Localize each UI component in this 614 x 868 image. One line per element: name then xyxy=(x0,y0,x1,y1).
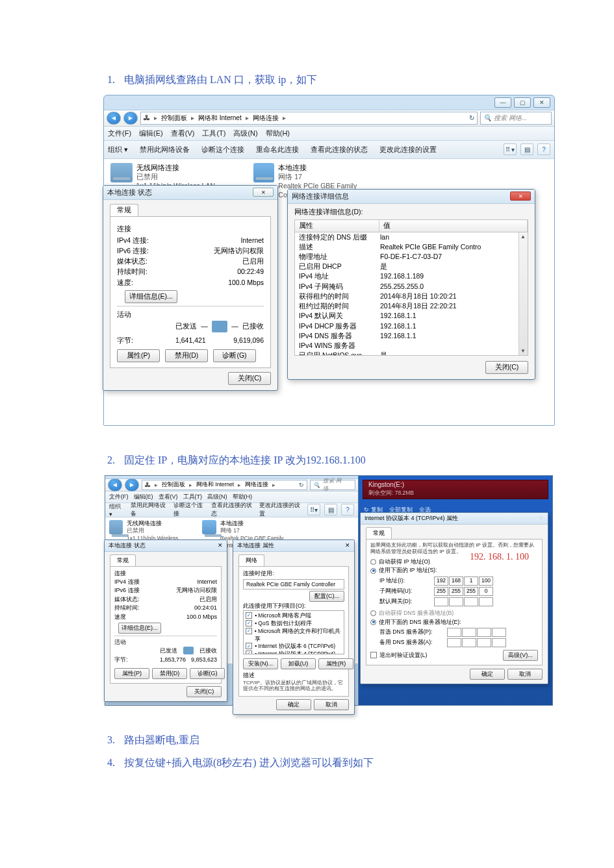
mask-input[interactable]: 2552552550 xyxy=(434,587,493,596)
help-icon[interactable]: ? xyxy=(341,504,354,515)
menu-bar: 文件(F) 编辑(E) 查看(V) 工具(T) 高级(N) 帮助(H) xyxy=(104,127,554,141)
status-tab[interactable]: 常规 xyxy=(110,204,138,216)
tcp-adv[interactable]: 高级(V)... xyxy=(503,650,538,661)
close-button[interactable]: ✕ xyxy=(533,97,550,108)
ms-tab[interactable]: 常规 xyxy=(110,554,136,566)
c-dis[interactable]: 禁用此网络设备 xyxy=(131,501,167,518)
mp-inst[interactable]: 安装(N)... xyxy=(243,658,278,669)
cmd-change[interactable]: 更改此连接的设置 xyxy=(379,145,437,155)
m-adv[interactable]: 高级(N) xyxy=(207,493,227,501)
view-icon[interactable]: ⠿ ▾ xyxy=(504,143,517,155)
props-item[interactable]: ✓▪ QoS 数据包计划程序 xyxy=(246,620,342,628)
mp-adapter: Realtek PCIe GBE Family Controller xyxy=(243,579,344,589)
ms-close-btn[interactable]: 关闭(C) xyxy=(186,686,222,697)
min-button[interactable]: — xyxy=(494,97,511,108)
details-list[interactable]: 连接特定的 DNS 后缀lan描述Realtek PCIe GBE Family… xyxy=(294,232,528,356)
mp-desch: 描述 xyxy=(243,671,344,680)
props-item[interactable]: ✓▪ Microsoft 网络的文件和打印机共享 xyxy=(246,628,342,643)
m-file[interactable]: 文件(F) xyxy=(109,493,129,501)
mp-cfg[interactable]: 配置(C)... xyxy=(309,591,344,602)
fwd-button[interactable]: ► xyxy=(125,478,139,491)
tcp-ok[interactable]: 确定 xyxy=(470,669,505,680)
radio-manual-dns[interactable] xyxy=(370,619,376,625)
c-st[interactable]: 查看此连接的状态 xyxy=(211,501,253,518)
m-tools[interactable]: 工具(T) xyxy=(183,493,203,501)
m-edit[interactable]: 编辑(E) xyxy=(134,493,153,501)
ip-input[interactable]: 1921681100 xyxy=(434,577,493,586)
status-dialog: 本地连接 状态✕ 常规 连接 IPv4 连接:Internet IPv6 连接:… xyxy=(103,185,278,391)
cmd-org[interactable]: 组织 ▾ xyxy=(108,145,128,155)
radio-auto-ip[interactable] xyxy=(370,559,376,565)
refresh-icon[interactable]: ↻ xyxy=(469,114,474,121)
mp-tab[interactable]: 网络 xyxy=(238,554,264,566)
details-scrollbar[interactable] xyxy=(518,232,528,355)
mp-unin[interactable]: 卸载(U) xyxy=(281,658,316,669)
menu-edit[interactable]: 编辑(E) xyxy=(139,129,163,138)
folder-icon: 🖧 xyxy=(145,482,151,488)
pane-icon[interactable]: ▤ xyxy=(324,504,337,515)
mp-prop[interactable]: 属性(R) xyxy=(318,658,353,669)
cmd-status[interactable]: 查看此连接的状态 xyxy=(311,145,368,155)
radio-manual-ip[interactable] xyxy=(370,568,376,574)
address-bar[interactable]: 🖧 ▸ 控制面板 ▸ 网络和 Internet ▸ 网络连接 ▸ ↻ xyxy=(140,112,478,125)
mp-ok[interactable]: 确定 xyxy=(276,699,311,710)
dns2-lbl: 备用 DNS 服务器(A): xyxy=(379,639,444,647)
view-icon[interactable]: ⠿▾ xyxy=(307,504,320,515)
max-button[interactable]: ▢ xyxy=(514,97,531,108)
ms-close[interactable]: ✕ xyxy=(218,542,223,549)
ms-det-btn[interactable]: 详细信息(E)... xyxy=(118,623,161,634)
fwd-button[interactable]: ► xyxy=(123,112,138,125)
props-button[interactable]: 属性(P) xyxy=(117,349,160,362)
w-s1: 已禁用 xyxy=(127,527,190,534)
details-close-button[interactable]: 关闭(C) xyxy=(485,361,528,374)
ms-ipv6k: IPv6 连接 xyxy=(114,586,160,595)
menu-help[interactable]: 帮助(H) xyxy=(266,129,290,138)
validate-checkbox[interactable]: 退出时验证设置(L) xyxy=(370,652,427,660)
cmd-rename[interactable]: 重命名此连接 xyxy=(256,145,299,155)
c-diag[interactable]: 诊断这个连接 xyxy=(173,501,205,518)
props-item[interactable]: ✓▪ Internet 协议版本 4 (TCP/IPv4) xyxy=(246,651,342,654)
dns2-input[interactable] xyxy=(447,638,506,647)
details-dlg-close[interactable]: ✕ xyxy=(510,192,531,201)
status-close-button[interactable]: 关闭(C) xyxy=(228,372,271,385)
ms-bg[interactable]: 诊断(G) xyxy=(190,668,225,679)
props-item[interactable]: ✓▪ Microsoft 网络客户端 xyxy=(246,612,342,620)
tcp-close[interactable]: ✕ xyxy=(539,515,544,521)
props-item[interactable]: ✓▪ Internet 协议版本 6 (TCP/IPv6) xyxy=(246,643,342,651)
ms-bp[interactable]: 属性(P) xyxy=(114,668,149,679)
mini-props-dialog: 本地连接 属性✕ 网络 连接时使用: Realtek PCIe GBE Fami… xyxy=(233,539,355,715)
mp-listlbl: 此连接使用下列项目(O): xyxy=(243,602,344,610)
gw-input[interactable] xyxy=(434,597,493,606)
menu-view[interactable]: 查看(V) xyxy=(171,129,195,138)
tcp-cancel[interactable]: 取消 xyxy=(507,669,543,680)
help-icon[interactable]: ? xyxy=(537,143,550,155)
back-button[interactable]: ◄ xyxy=(107,112,121,125)
tcp-tab[interactable]: 常规 xyxy=(366,527,392,539)
status-dlg-close[interactable]: ✕ xyxy=(253,188,274,197)
radio-auto-dns[interactable] xyxy=(370,610,376,616)
m-help[interactable]: 帮助(H) xyxy=(233,493,253,501)
menu-adv[interactable]: 高级(N) xyxy=(233,129,257,138)
cmd-diag[interactable]: 诊断这个连接 xyxy=(201,145,244,155)
back-button[interactable]: ◄ xyxy=(108,478,122,491)
k-ipv4: IPv4 连接: xyxy=(117,235,175,245)
m-view[interactable]: 查看(V) xyxy=(159,493,178,501)
menu-tools[interactable]: 工具(T) xyxy=(202,129,225,138)
search-input[interactable]: 🔍搜索 网络... xyxy=(310,480,355,490)
address-bar[interactable]: 🖧 ▸控制面板 ▸网络和 Internet ▸网络连接 ▸ ↻ xyxy=(142,480,307,490)
ms-bd[interactable]: 禁用(D) xyxy=(152,668,187,679)
details-row: IPv4 默认网关192.168.1.1 xyxy=(295,311,528,321)
details-button[interactable]: 详细信息(E)... xyxy=(125,290,177,303)
diag-button[interactable]: 诊断(G) xyxy=(213,349,256,362)
lan-title: 本地连接 xyxy=(278,163,370,172)
disable-button[interactable]: 禁用(D) xyxy=(165,349,208,362)
c-org[interactable]: 组织 ▾ xyxy=(109,502,124,517)
c-ch[interactable]: 更改此连接的设置 xyxy=(259,501,301,518)
menu-file[interactable]: 文件(F) xyxy=(108,129,131,138)
pane-icon[interactable]: ▤ xyxy=(520,143,533,155)
mp-close[interactable]: ✕ xyxy=(345,542,350,549)
dns1-input[interactable] xyxy=(447,628,506,637)
mp-cancel[interactable]: 取消 xyxy=(314,699,349,710)
search-input[interactable]: 🔍 搜索 网络... xyxy=(480,112,552,125)
cmd-disable[interactable]: 禁用此网络设备 xyxy=(140,145,190,155)
